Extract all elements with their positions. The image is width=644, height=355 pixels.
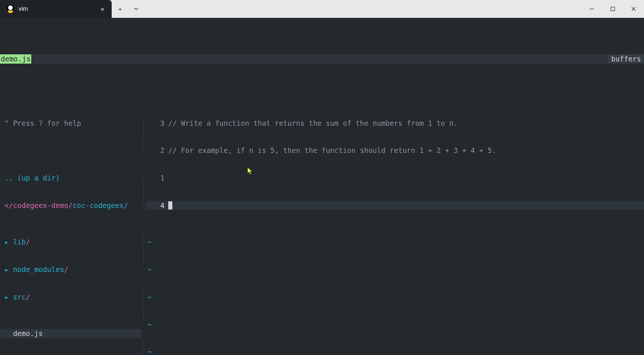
new-tab-button[interactable]: ＋ xyxy=(112,0,128,18)
code-line: // For example, if n is 5, then the func… xyxy=(168,146,496,155)
tree-dir-node-modules[interactable]: ▸ node_modules/ xyxy=(4,265,141,274)
maximize-button[interactable] xyxy=(602,0,623,18)
tree-dir-src[interactable]: ▸ src/ xyxy=(4,292,141,302)
tree-help-line: " Press ? for help xyxy=(4,119,141,128)
editor-empty-line: ~ xyxy=(146,292,168,302)
code-line: // Write a function that returns the sum… xyxy=(168,119,458,128)
editor-empty-line: ~ xyxy=(146,320,168,329)
svg-rect-1 xyxy=(611,7,615,11)
close-window-button[interactable] xyxy=(623,0,644,18)
line-number: 2 xyxy=(146,146,168,155)
linux-icon xyxy=(7,5,14,13)
window-titlebar: vim ✕ ＋ xyxy=(0,0,644,18)
bufferline-right-label[interactable]: buffers xyxy=(608,54,644,64)
editor-pane[interactable]: 3 // Write a function that returns the s… xyxy=(146,100,644,355)
terminal-tab[interactable]: vim ✕ xyxy=(0,0,112,18)
editor-empty-line: ~ xyxy=(146,237,168,247)
line-number: 1 xyxy=(146,173,168,183)
bufferline-active-file[interactable]: demo.js xyxy=(0,54,31,64)
terminal[interactable]: demo.js buffers " Press ? for help .. (u… xyxy=(0,18,644,355)
current-line-number: 4 xyxy=(146,201,168,210)
tree-file-demo-js[interactable]: demo.js xyxy=(0,329,141,338)
text-cursor xyxy=(168,201,172,210)
tree-updir[interactable]: .. (up a dir) xyxy=(4,173,141,183)
bufferline: demo.js buffers xyxy=(0,54,644,64)
vertical-split: |||| |||| |||| |||| |||| |||| ||| xyxy=(141,100,146,355)
tab-title: vim xyxy=(19,6,28,12)
tab-dropdown-button[interactable] xyxy=(128,0,144,18)
editor-empty-line: ~ xyxy=(146,347,168,355)
tree-dir-lib[interactable]: ▸ lib/ xyxy=(4,237,141,247)
tree-root-path: </codegeex-demo/coc-codegeex/ xyxy=(4,201,141,210)
cursor-line[interactable]: 4 xyxy=(146,201,644,210)
file-tree[interactable]: " Press ? for help .. (up a dir) </codeg… xyxy=(0,100,141,355)
line-number: 3 xyxy=(146,119,168,128)
close-tab-button[interactable]: ✕ xyxy=(98,4,106,14)
minimize-button[interactable] xyxy=(581,0,602,18)
editor-empty-line: ~ xyxy=(146,265,168,274)
